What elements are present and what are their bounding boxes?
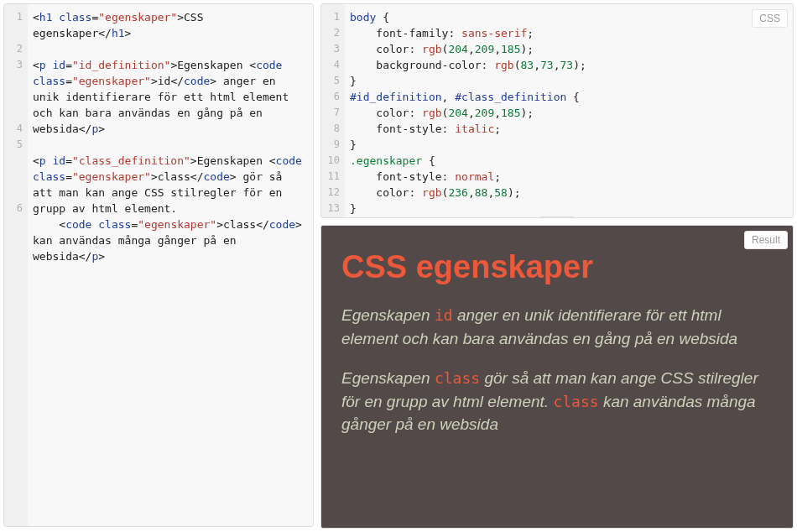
css-badge: CSS bbox=[752, 9, 788, 28]
result-heading: CSS egenskaper bbox=[341, 249, 773, 285]
fiddle-layout: 123456 <h1 class="egenskaper">CSS egensk… bbox=[0, 0, 797, 532]
result-paragraph-id: Egenskapen id anger en unik identifierar… bbox=[341, 304, 773, 350]
html-editor[interactable]: 123456 <h1 class="egenskaper">CSS egensk… bbox=[4, 4, 313, 526]
result-code-id: id bbox=[435, 306, 453, 324]
css-editor-pane: CSS 12345678910111213 body { font-family… bbox=[320, 3, 794, 218]
result-text: Egenskapen bbox=[341, 369, 435, 387]
css-code[interactable]: body { font-family: sans-serif; color: r… bbox=[345, 4, 793, 217]
right-column: CSS 12345678910111213 body { font-family… bbox=[320, 3, 794, 529]
html-editor-pane: 123456 <h1 class="egenskaper">CSS egensk… bbox=[3, 3, 314, 527]
result-text: Egenskapen bbox=[341, 306, 435, 324]
vertical-resize-handle[interactable] bbox=[540, 216, 574, 218]
result-paragraph-class: Egenskapen class gör så att man kan ange… bbox=[341, 367, 773, 436]
html-code[interactable]: <h1 class="egenskaper">CSS egenskaper</h… bbox=[28, 4, 313, 526]
result-pane: Result CSS egenskaper Egenskapen id ange… bbox=[320, 225, 794, 529]
html-gutter: 123456 bbox=[4, 4, 28, 526]
result-code-class: class bbox=[553, 393, 598, 410]
result-badge: Result bbox=[744, 231, 788, 249]
css-editor[interactable]: 12345678910111213 body { font-family: sa… bbox=[321, 4, 793, 217]
css-gutter: 12345678910111213 bbox=[321, 4, 345, 217]
result-code-class: class bbox=[435, 369, 480, 387]
